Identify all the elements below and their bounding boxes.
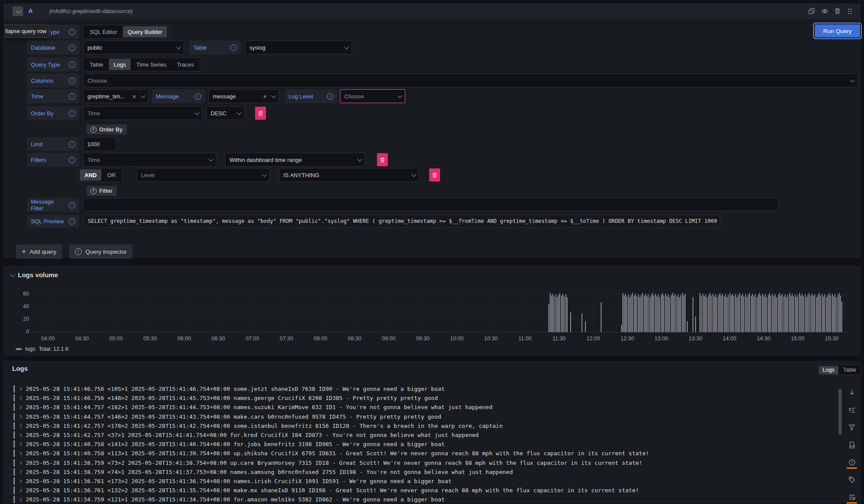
log-row[interactable]: 2025-05-28 15:41:40.758 <141>2 2025-05-2… xyxy=(13,440,445,449)
time-column-select[interactable]: greptime_tim...× xyxy=(83,89,148,103)
info-icon[interactable]: i xyxy=(69,77,75,84)
filter-icon[interactable] xyxy=(847,423,856,432)
database-select[interactable]: public xyxy=(83,40,184,54)
add-order-by-button[interactable]: + Order By xyxy=(87,124,127,134)
log-row[interactable]: 2025-05-28 15:41:36.761 <132>2 2025-05-2… xyxy=(13,486,639,495)
editor-type-option-sql-editor[interactable]: SQL Editor xyxy=(85,26,122,37)
info-icon[interactable]: i xyxy=(230,44,237,51)
scroll-to-bottom-icon[interactable] xyxy=(847,388,856,397)
columns-select[interactable]: Choose xyxy=(83,74,858,87)
order-by-direction-select[interactable]: DESC xyxy=(206,106,245,120)
info-icon[interactable]: i xyxy=(69,157,75,163)
show-time-icon[interactable] xyxy=(847,458,856,467)
expand-log-chevron-icon[interactable] xyxy=(18,424,22,427)
filter-range-operator-select[interactable]: Within dashboard time range xyxy=(225,153,365,167)
editor-type-option-query-builder[interactable]: Query Builder xyxy=(123,26,167,37)
logs-scrollbar[interactable] xyxy=(838,389,842,434)
log-details-icon[interactable]: LOG xyxy=(847,440,856,449)
drag-handle-icon[interactable] xyxy=(847,8,854,15)
duplicate-query-icon[interactable] xyxy=(808,8,815,15)
info-icon[interactable]: i xyxy=(69,202,75,208)
expand-log-chevron-icon[interactable] xyxy=(18,479,22,483)
log-row[interactable]: 2025-05-28 15:41:46.756 <105>1 2025-05-2… xyxy=(13,384,445,393)
volume-bar xyxy=(809,293,810,332)
log-row[interactable]: 2025-05-28 15:41:44.757 <146>2 2025-05-2… xyxy=(13,412,441,421)
message-column-select[interactable]: message× xyxy=(208,89,279,103)
expand-log-chevron-icon[interactable] xyxy=(18,406,22,409)
boolean-option-or[interactable]: OR xyxy=(102,169,121,181)
order-by-field-select[interactable]: Time xyxy=(83,106,202,120)
filter-level-field-select[interactable]: Level xyxy=(137,168,270,182)
query-type-option-time-series[interactable]: Time Series xyxy=(131,59,171,70)
remove-order-by-button[interactable] xyxy=(255,107,266,120)
expand-log-chevron-icon[interactable] xyxy=(18,498,22,501)
expand-log-chevron-icon[interactable] xyxy=(18,452,22,455)
expand-log-chevron-icon[interactable] xyxy=(18,415,22,418)
clear-icon[interactable]: × xyxy=(263,93,267,100)
log-row[interactable]: 2025-05-28 15:41:40.758 <113>1 2025-05-2… xyxy=(13,449,649,458)
info-icon[interactable]: i xyxy=(69,44,75,51)
expand-log-chevron-icon[interactable] xyxy=(18,488,22,492)
show-labels-icon[interactable] xyxy=(847,475,856,484)
log-row[interactable]: 2025-05-28 15:41:44.757 <162>1 2025-05-2… xyxy=(13,403,492,412)
remove-query-trash-icon[interactable] xyxy=(834,8,841,15)
info-icon[interactable]: i xyxy=(69,218,75,225)
volume-bar xyxy=(705,294,706,332)
boolean-option-and[interactable]: AND xyxy=(80,169,101,181)
log-row[interactable]: 2025-05-28 15:41:46.756 <148>2 2025-05-2… xyxy=(13,393,438,403)
query-type-option-table[interactable]: Table xyxy=(85,59,108,70)
info-icon[interactable]: i xyxy=(69,110,75,117)
legend-series-label[interactable]: logs xyxy=(25,346,35,352)
remove-filter-button[interactable] xyxy=(377,153,388,166)
field-label-message: Messagei xyxy=(152,89,205,103)
volume-bar xyxy=(558,295,559,332)
expand-log-chevron-icon[interactable] xyxy=(18,433,22,437)
run-query-button[interactable]: Run Query xyxy=(815,24,860,37)
filter-condition-select[interactable]: IS ANYTHING xyxy=(279,168,419,182)
wrap-lines-icon[interactable] xyxy=(847,493,856,501)
expand-log-chevron-icon[interactable] xyxy=(18,470,22,474)
log-row[interactable]: 2025-05-28 15:41:42.757 <37>1 2025-05-28… xyxy=(13,430,479,440)
info-icon[interactable]: i xyxy=(69,93,75,100)
log-level-select[interactable]: Choose xyxy=(340,89,405,103)
log-line-text: 2025-05-28 15:41:42.757 <37>1 2025-05-28… xyxy=(26,432,479,438)
info-icon[interactable]: i xyxy=(195,93,201,100)
log-row[interactable]: 2025-05-28 15:41:38.759 <74>1 2025-05-28… xyxy=(13,467,513,477)
clear-icon[interactable]: × xyxy=(132,93,136,100)
log-row[interactable]: 2025-05-28 15:41:36.761 <173>2 2025-05-2… xyxy=(13,477,451,486)
volume-bar xyxy=(719,293,720,332)
query-type-option-traces[interactable]: Traces xyxy=(172,59,198,70)
filter-field-select[interactable]: Time xyxy=(83,153,216,167)
hide-response-eye-icon[interactable] xyxy=(821,8,828,15)
field-label-query-type: Query Typei xyxy=(27,57,79,71)
chart-legend[interactable]: logs Total: 12.1 K xyxy=(16,346,69,352)
add-filter-button[interactable]: + Filter xyxy=(87,186,117,196)
collapse-query-row-button[interactable] xyxy=(13,7,23,16)
query-inspector-button[interactable]: i Query inspector xyxy=(69,245,132,259)
log-row[interactable]: 2025-05-28 15:41:42.757 <178>2 2025-05-2… xyxy=(13,421,503,430)
query-type-option-logs[interactable]: Logs xyxy=(109,59,131,70)
expand-log-chevron-icon[interactable] xyxy=(18,461,22,464)
query-row-header[interactable]: A (info8fcc-greptimedb-datasource) xyxy=(4,4,860,19)
info-icon[interactable]: i xyxy=(69,29,75,35)
volume-bar xyxy=(628,294,629,332)
limit-input[interactable] xyxy=(83,137,116,151)
grid-line xyxy=(457,294,457,332)
y-axis-tick-label: 60 xyxy=(14,291,29,297)
table-select[interactable]: syslog xyxy=(245,40,352,54)
volume-bar xyxy=(822,294,823,332)
log-row[interactable]: 2025-05-28 15:41:34.759 <121>1 2025-05-2… xyxy=(13,495,445,504)
info-icon[interactable]: i xyxy=(327,93,333,100)
expand-log-chevron-icon[interactable] xyxy=(18,396,22,400)
message-filter-input[interactable] xyxy=(83,198,779,211)
volume-bar xyxy=(680,295,681,332)
info-icon[interactable]: i xyxy=(69,141,75,148)
log-row[interactable]: 2025-05-28 15:41:38.759 <73>2 2025-05-28… xyxy=(13,458,642,467)
info-icon[interactable]: i xyxy=(69,61,75,68)
remove-level-filter-button[interactable] xyxy=(429,168,440,181)
oldest-logs-first-icon[interactable] xyxy=(847,406,856,414)
add-query-button[interactable]: + Add query xyxy=(16,245,62,259)
expand-log-chevron-icon[interactable] xyxy=(18,387,22,390)
volume-bar xyxy=(661,295,662,332)
expand-log-chevron-icon[interactable] xyxy=(18,442,22,446)
